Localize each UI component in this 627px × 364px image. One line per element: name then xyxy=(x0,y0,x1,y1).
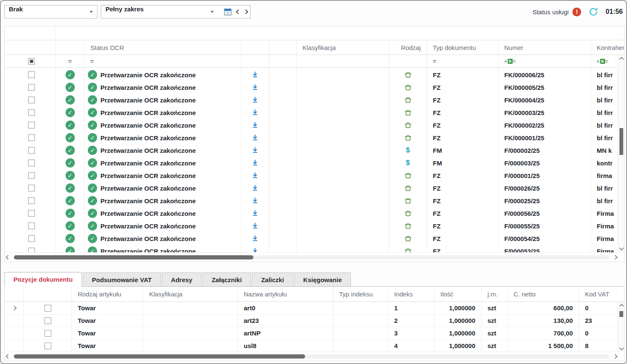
col-header-kod-vat[interactable]: Kod VAT xyxy=(579,287,624,301)
download-icon[interactable] xyxy=(250,133,260,142)
col-header-numer[interactable]: Numer xyxy=(498,40,591,55)
download-icon[interactable] xyxy=(250,83,260,92)
filter-status-ocr[interactable]: = xyxy=(84,55,241,67)
col-header-jm[interactable]: j.m. xyxy=(482,287,508,301)
scroll-up-icon[interactable] xyxy=(618,303,624,309)
scrollbar-thumb[interactable] xyxy=(14,255,253,259)
download-icon[interactable] xyxy=(250,120,260,130)
row-checkbox[interactable] xyxy=(28,172,35,179)
document-row[interactable]: ✓✓Przetwarzanie OCR zakończone FZF/00002… xyxy=(5,194,619,207)
row-checkbox[interactable] xyxy=(28,122,35,128)
col-header-klasyfikacja[interactable]: Klasyfikacja xyxy=(297,40,389,55)
col-header-select[interactable] xyxy=(24,287,72,301)
filter-status-icon[interactable]: = xyxy=(56,55,84,67)
tab-adresy[interactable]: Adresy xyxy=(162,272,202,287)
row-checkbox[interactable] xyxy=(28,248,35,252)
tab-ksiegowanie[interactable]: Księgowanie xyxy=(294,272,351,287)
col-header-ilosc[interactable]: Ilość xyxy=(435,287,482,301)
scrollbar-thumb[interactable] xyxy=(619,311,623,317)
scroll-down-icon[interactable] xyxy=(618,245,624,251)
scroll-right-icon[interactable] xyxy=(612,256,619,259)
row-checkbox[interactable] xyxy=(28,109,35,116)
download-icon[interactable] xyxy=(250,171,260,180)
document-row[interactable]: ✓✓Przetwarzanie OCR zakończone FZFK/0000… xyxy=(5,119,619,131)
row-checkbox[interactable] xyxy=(28,185,35,191)
col-header-typ-dokumentu[interactable]: Typ dokumentu xyxy=(427,40,498,55)
row-checkbox[interactable] xyxy=(28,147,35,154)
download-icon[interactable] xyxy=(250,221,260,230)
item-row[interactable]: Towarart2321,000000szt130,0023 xyxy=(5,314,619,327)
download-icon[interactable] xyxy=(250,158,260,168)
document-row[interactable]: ✓✓Przetwarzanie OCR zakończone FZF/00005… xyxy=(5,220,619,232)
tab-zalaczniki[interactable]: Załączniki xyxy=(203,272,251,287)
col-header-kontrahent[interactable]: Kontrahent xyxy=(591,40,624,55)
date-range-combo[interactable]: Pełny zakres xyxy=(101,5,250,18)
refresh-icon[interactable] xyxy=(588,6,599,17)
download-icon[interactable] xyxy=(250,70,260,79)
download-icon[interactable] xyxy=(250,234,260,243)
filter-klasyfikacja[interactable] xyxy=(297,55,389,67)
filter-extra[interactable] xyxy=(269,55,297,67)
col-header-rodzaj-artykulu[interactable]: Rodzaj artykułu xyxy=(72,287,143,301)
document-row[interactable]: ✓✓Przetwarzanie OCR zakończone FZFK/0000… xyxy=(5,94,619,106)
download-icon[interactable] xyxy=(250,209,260,218)
download-icon[interactable] xyxy=(250,246,260,252)
scroll-up-icon[interactable] xyxy=(618,56,624,63)
scroll-left-icon[interactable] xyxy=(5,355,11,358)
col-header-rodzaj[interactable]: Rodzaj xyxy=(389,40,427,55)
col-header-klasyfikacja[interactable]: Klasyfikacja xyxy=(143,287,238,301)
scrollbar-thumb[interactable] xyxy=(619,128,623,155)
row-checkbox[interactable] xyxy=(45,317,51,324)
item-row[interactable]: Towarart011,000000szt600,000 xyxy=(5,302,619,314)
service-status-button[interactable]: Status usługi ! xyxy=(532,8,581,16)
profile-combo[interactable]: Brak xyxy=(4,5,97,18)
scroll-left-icon[interactable] xyxy=(5,256,11,259)
col-header-status-ocr[interactable]: Status OCR xyxy=(84,40,241,55)
calendar-icon[interactable] xyxy=(223,7,232,16)
items-horizontal-scrollbar[interactable] xyxy=(5,351,619,361)
row-checkbox[interactable] xyxy=(28,235,35,242)
filter-select-all-checkbox[interactable] xyxy=(8,55,56,67)
filter-typ-dokumentu[interactable]: = xyxy=(427,55,498,67)
row-checkbox[interactable] xyxy=(28,71,35,78)
document-row[interactable]: ✓✓Przetwarzanie OCR zakończone FZFK/0000… xyxy=(5,68,619,81)
document-row[interactable]: ✓✓Przetwarzanie OCR zakończone FZF/00005… xyxy=(5,245,619,252)
download-icon[interactable] xyxy=(250,183,260,193)
scrollbar-thumb[interactable] xyxy=(14,354,305,359)
row-checkbox[interactable] xyxy=(28,197,35,204)
row-checkbox[interactable] xyxy=(45,330,51,337)
filter-numer[interactable]: ABC xyxy=(498,55,591,67)
row-checkbox[interactable] xyxy=(28,134,35,141)
filter-download[interactable] xyxy=(241,55,269,67)
tab-zaliczki[interactable]: Zaliczki xyxy=(252,272,293,287)
col-header-typ-indeksu[interactable]: Typ indeksu xyxy=(333,287,388,301)
row-checkbox[interactable] xyxy=(28,160,35,166)
scroll-down-icon[interactable] xyxy=(618,345,624,351)
document-row[interactable]: ✓✓Przetwarzanie OCR zakończone FZFK/0000… xyxy=(5,131,619,144)
col-header-indeks[interactable]: Indeks xyxy=(388,287,435,301)
item-row[interactable]: Towarusl841,000000szt1 500,008 xyxy=(5,340,619,352)
row-checkbox[interactable] xyxy=(28,223,35,229)
tab-pozycje-dokumentu[interactable]: Pozycje dokumentu xyxy=(4,272,82,287)
document-row[interactable]: ✓✓Przetwarzanie OCR zakończone FZF/00000… xyxy=(5,169,619,182)
col-header-c-netto[interactable]: C. netto xyxy=(508,287,579,301)
row-checkbox[interactable] xyxy=(45,343,51,349)
download-icon[interactable] xyxy=(250,108,260,117)
document-row[interactable]: ✓✓Przetwarzanie OCR zakończone $FMF/0000… xyxy=(5,157,619,169)
download-icon[interactable] xyxy=(250,196,260,205)
scroll-right-icon[interactable] xyxy=(612,355,619,358)
tab-podsumowanie-vat[interactable]: Podsumowanie VAT xyxy=(83,272,161,287)
col-header-status-icon[interactable] xyxy=(56,40,84,55)
col-header-select[interactable] xyxy=(8,40,56,55)
col-header-nazwa-artykulu[interactable]: Nazwa artykułu xyxy=(238,287,333,301)
row-checkbox[interactable] xyxy=(28,210,35,217)
download-icon[interactable] xyxy=(250,95,260,105)
documents-vertical-scrollbar[interactable] xyxy=(618,55,624,252)
range-prev-icon[interactable] xyxy=(236,9,240,14)
document-row[interactable]: ✓✓Przetwarzanie OCR zakończone $FMF/0000… xyxy=(5,144,619,157)
row-checkbox[interactable] xyxy=(28,84,35,91)
document-row[interactable]: ✓✓Przetwarzanie OCR zakończone FZFK/0000… xyxy=(5,106,619,119)
document-row[interactable]: ✓✓Przetwarzanie OCR zakończone FZF/00005… xyxy=(5,207,619,220)
document-row[interactable]: ✓✓Przetwarzanie OCR zakończone FZF/00002… xyxy=(5,182,619,194)
items-vertical-scrollbar[interactable] xyxy=(618,302,624,352)
